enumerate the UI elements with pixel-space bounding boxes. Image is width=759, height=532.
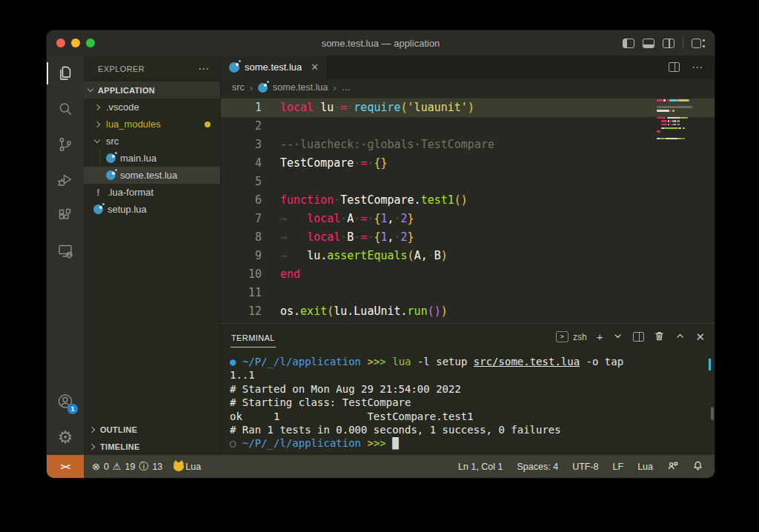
terminal-lines: ● ~/P/_/l/application >>> lua -l setup s… xyxy=(230,355,715,450)
toggle-sidebar-icon[interactable] xyxy=(623,39,634,48)
code-line-3[interactable]: 3--·luacheck:·globals·TestCompare xyxy=(221,136,715,154)
toggle-secondary-sidebar-icon[interactable] xyxy=(663,39,675,48)
status-bar: >< ⊗ 0 ⚠ 19 ⓘ 13 Lua Ln 1, Col 1 Spaces:… xyxy=(47,455,715,478)
tab-bar: some.test.lua ✕ ⋯ xyxy=(221,56,715,79)
language-mode-status[interactable]: Lua xyxy=(637,462,653,472)
code-text: local·lu·=·require('luaunit') xyxy=(280,99,474,117)
minimap-line xyxy=(657,103,704,105)
shell-label: zsh xyxy=(573,332,587,342)
terminal-line: ○ ~/P/_/l/application >>> █ xyxy=(230,436,715,450)
tree-item-label: lua_modules xyxy=(106,119,161,130)
code-text: --·luacheck:·globals·TestCompare xyxy=(280,136,494,154)
code-text: os.exit(lu.LuaUnit.run()) xyxy=(280,302,448,321)
breadcrumb-item-src[interactable]: src xyxy=(232,82,245,93)
terminal-actions: > zsh + ✕ xyxy=(556,330,705,343)
eol-status[interactable]: LF xyxy=(613,462,624,472)
code-line-4[interactable]: 4TestCompare·=·{} xyxy=(221,154,715,173)
line-number: 5 xyxy=(221,173,262,191)
tree-item-setup-lua[interactable]: setup.lua xyxy=(84,201,220,218)
section-header-timeline[interactable]: TIMELINE xyxy=(84,438,220,455)
minimize-window-button[interactable] xyxy=(71,39,80,47)
window-controls xyxy=(56,39,95,47)
close-panel-icon[interactable]: ✕ xyxy=(695,331,705,342)
minimap-line xyxy=(657,127,704,130)
code-line-11[interactable]: 11 xyxy=(221,284,715,302)
terminal-output[interactable]: ● ~/P/_/l/application >>> lua -l setup s… xyxy=(221,350,715,455)
remote-explorer-icon[interactable] xyxy=(47,233,84,269)
code-line-8[interactable]: 8→ local·B·=·{1,·2} xyxy=(221,228,715,247)
section-header-application[interactable]: APPLICATION xyxy=(84,82,220,99)
terminal-shell-icon: > xyxy=(556,331,569,342)
code-line-5[interactable]: 5 xyxy=(221,173,715,191)
tree-item--vscode[interactable]: .vscode xyxy=(84,99,220,116)
tree-item-src[interactable]: src xyxy=(84,133,220,150)
breadcrumb-item-symbol[interactable]: … xyxy=(342,82,351,93)
zoom-window-button[interactable] xyxy=(86,39,95,47)
chevron-down-icon xyxy=(87,86,93,92)
code-line-6[interactable]: 6function·TestCompare.test1() xyxy=(221,191,715,210)
customize-layout-icon[interactable] xyxy=(692,39,701,48)
terminal-line: 1..1 xyxy=(230,368,715,382)
explorer-sidebar: EXPLORER ⋯ APPLICATION .vscodelua_module… xyxy=(84,56,220,455)
code-line-12[interactable]: 12os.exit(lu.LuaUnit.run()) xyxy=(221,302,715,321)
explorer-icon[interactable] xyxy=(47,56,84,91)
breadcrumb-item-file[interactable]: some.test.lua xyxy=(273,82,328,93)
close-window-button[interactable] xyxy=(56,39,65,47)
remote-indicator[interactable]: >< xyxy=(47,455,84,478)
run-and-debug-icon[interactable] xyxy=(47,162,84,198)
code-text: → lu.assertEquals(A,·B) xyxy=(280,247,448,265)
close-tab-icon[interactable]: ✕ xyxy=(311,61,319,73)
minimap-line xyxy=(657,110,704,112)
tree-item-some-test-lua[interactable]: some.test.lua xyxy=(84,167,220,184)
code-line-10[interactable]: 10end xyxy=(221,265,715,284)
minimap-line xyxy=(657,117,704,119)
outline-label: OUTLINE xyxy=(100,425,137,434)
source-control-icon[interactable] xyxy=(47,127,84,162)
code-editor[interactable]: 1local·lu·=·require('luaunit')23--·luach… xyxy=(221,96,715,323)
exclaim-file-icon: ! xyxy=(93,187,103,198)
info-icon: ⓘ xyxy=(139,460,148,473)
lua-language-status[interactable]: Lua xyxy=(173,462,201,472)
extensions-icon[interactable] xyxy=(47,198,84,233)
editor-more-actions-icon[interactable]: ⋯ xyxy=(692,61,703,74)
split-editor-icon[interactable] xyxy=(669,62,680,72)
kill-terminal-icon[interactable] xyxy=(654,330,665,343)
split-terminal-icon[interactable] xyxy=(633,332,644,342)
cursor-position-status[interactable]: Ln 1, Col 1 xyxy=(458,462,503,472)
terminal-panel: TERMINAL > zsh + ✕ xyxy=(221,323,715,455)
indentation-status[interactable]: Spaces: 4 xyxy=(517,462,559,472)
tree-item--lua-format[interactable]: !.lua-format xyxy=(84,184,220,201)
minimap[interactable] xyxy=(657,96,704,323)
encoding-status[interactable]: UTF-8 xyxy=(572,462,598,472)
tree-item-lua-modules[interactable]: lua_modules xyxy=(84,116,220,133)
line-number: 2 xyxy=(221,117,262,136)
lua-file-icon xyxy=(93,205,103,214)
search-icon[interactable] xyxy=(47,91,84,127)
sidebar-title: EXPLORER xyxy=(98,64,198,73)
terminal-scrollbar[interactable] xyxy=(711,407,714,420)
explorer-more-actions-icon[interactable]: ⋯ xyxy=(198,62,210,76)
maximize-panel-icon[interactable] xyxy=(675,330,686,343)
accounts-icon[interactable]: 1 xyxy=(47,384,84,419)
layout-controls xyxy=(623,30,706,56)
chevron-separator: › xyxy=(250,82,253,93)
section-header-outline[interactable]: OUTLINE xyxy=(84,421,220,438)
terminal-dropdown-icon[interactable] xyxy=(612,330,623,343)
new-terminal-icon[interactable]: + xyxy=(597,331,603,342)
code-line-9[interactable]: 9→ lu.assertEquals(A,·B) xyxy=(221,247,715,265)
toggle-panel-icon[interactable] xyxy=(643,39,654,48)
terminal-tab[interactable]: TERMINAL xyxy=(231,326,276,348)
code-line-7[interactable]: 7→ local·A·=·{1,·2} xyxy=(221,210,715,228)
minimap-line xyxy=(657,99,704,102)
lua-file-icon xyxy=(229,62,239,73)
feedback-icon[interactable] xyxy=(667,460,678,473)
terminal-header: TERMINAL > zsh + ✕ xyxy=(221,324,715,350)
settings-gear-icon[interactable]: ⚙ xyxy=(47,419,84,455)
terminal-line: # Started on Mon Aug 29 21:54:00 2022 xyxy=(230,382,715,396)
tree-item-main-lua[interactable]: main.lua xyxy=(84,150,220,167)
problems-status[interactable]: ⊗ 0 ⚠ 19 ⓘ 13 xyxy=(92,460,162,473)
notifications-bell-icon[interactable] xyxy=(692,460,703,473)
code-line-2[interactable]: 2 xyxy=(221,117,715,136)
code-line-1[interactable]: 1local·lu·=·require('luaunit') xyxy=(221,99,715,117)
tab-some-test-lua[interactable]: some.test.lua ✕ xyxy=(221,56,328,79)
